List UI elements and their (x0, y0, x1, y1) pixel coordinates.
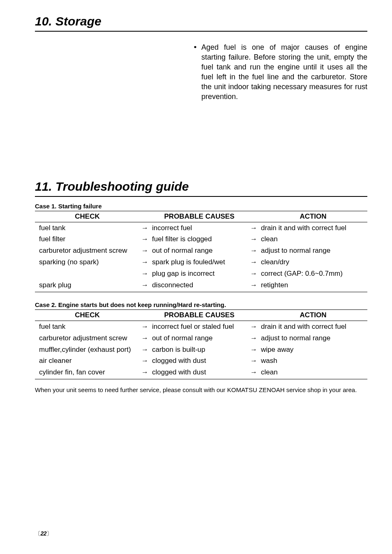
arrow-icon: → (249, 222, 259, 234)
th-blank (140, 211, 150, 222)
arrow-icon: → (140, 367, 150, 379)
arrow-icon: → (140, 344, 150, 355)
table-row: →plug gap is incorrect→correct (GAP: 0.6… (35, 268, 367, 280)
table-row: muffler,cylinder (exhaust port)→carbon i… (35, 344, 367, 355)
action-cell: wash (259, 355, 367, 367)
cause-cell: incorrect fuel (150, 222, 249, 234)
action-cell: retighten (259, 280, 367, 292)
check-cell: air cleaner (35, 355, 140, 367)
troubleshooting-heading: 11. Troubleshooting guide (35, 180, 367, 197)
table-row: carburetor adjustment screw→out of norma… (35, 332, 367, 344)
check-cell: fuel filter (35, 234, 140, 245)
th-blank (249, 211, 259, 222)
arrow-icon: → (140, 268, 150, 280)
table-row: spark plug→disconnected→retighten (35, 280, 367, 292)
cause-cell: out of normal range (150, 332, 249, 344)
arrow-icon: → (140, 222, 150, 234)
cause-cell: out of normal range (150, 245, 249, 257)
arrow-icon: → (249, 257, 259, 268)
table-row: cylinder fin, fan cover→clogged with dus… (35, 367, 367, 379)
check-cell (35, 268, 140, 280)
th-blank (249, 310, 259, 321)
table-row: carburetor adjustment screw→out of norma… (35, 245, 367, 257)
storage-heading: 10. Storage (35, 14, 367, 32)
table-row: sparking (no spark)→spark plug is fouled… (35, 257, 367, 268)
cause-cell: spark plug is fouled/wet (150, 257, 249, 268)
arrow-icon: → (249, 245, 259, 257)
table-row: fuel tank→incorrect fuel→drain it and wi… (35, 222, 367, 234)
action-cell: drain it and with correct fuel (259, 321, 367, 332)
action-cell: correct (GAP: 0.6~0.7mm) (259, 268, 367, 280)
storage-bullet: • Aged fuel is one of major causes of en… (193, 42, 367, 102)
cause-cell: incorrect fuel or staled fuel (150, 321, 249, 332)
check-cell: sparking (no spark) (35, 257, 140, 268)
arrow-icon: → (140, 332, 150, 344)
action-cell: adjust to normal range (259, 245, 367, 257)
check-cell: spark plug (35, 280, 140, 292)
case2-table: CHECK PROBABLE CAUSES ACTION fuel tank→i… (35, 309, 367, 379)
table-row: fuel filter→fuel filter is clogged→clean (35, 234, 367, 245)
arrow-icon: → (249, 344, 259, 355)
arrow-icon: → (249, 321, 259, 332)
arrow-icon: → (249, 268, 259, 280)
cause-cell: fuel filter is clogged (150, 234, 249, 245)
arrow-icon: → (249, 367, 259, 379)
case1-title: Case 1. Starting failure (35, 203, 367, 210)
check-cell: carburetor adjustment screw (35, 332, 140, 344)
action-cell: clean/dry (259, 257, 367, 268)
cause-cell: carbon is built-up (150, 344, 249, 355)
th-cause: PROBABLE CAUSES (150, 310, 249, 321)
th-check: CHECK (35, 211, 140, 222)
cause-cell: clogged with dust (150, 355, 249, 367)
action-cell: drain it and with correct fuel (259, 222, 367, 234)
case1-table: CHECK PROBABLE CAUSES ACTION fuel tank→i… (35, 211, 367, 292)
th-check: CHECK (35, 310, 140, 321)
arrow-icon: → (140, 234, 150, 245)
page-number: 〔22〕 (35, 530, 52, 538)
cause-cell: disconnected (150, 280, 249, 292)
th-action: ACTION (259, 211, 367, 222)
check-cell: fuel tank (35, 222, 140, 234)
action-cell: adjust to normal range (259, 332, 367, 344)
check-cell: cylinder fin, fan cover (35, 367, 140, 379)
arrow-icon: → (249, 234, 259, 245)
arrow-icon: → (140, 245, 150, 257)
table-row: air cleaner→clogged with dust→wash (35, 355, 367, 367)
th-blank (140, 310, 150, 321)
action-cell: clean (259, 234, 367, 245)
arrow-icon: → (140, 280, 150, 292)
arrow-icon: → (140, 355, 150, 367)
bracket-open: 〔 (35, 530, 41, 537)
table-row: fuel tank→incorrect fuel or staled fuel→… (35, 321, 367, 332)
bullet-icon: • (193, 42, 197, 102)
th-action: ACTION (259, 310, 367, 321)
arrow-icon: → (140, 321, 150, 332)
arrow-icon: → (140, 257, 150, 268)
check-cell: carburetor adjustment screw (35, 245, 140, 257)
action-cell: clean (259, 367, 367, 379)
cause-cell: plug gap is incorrect (150, 268, 249, 280)
cause-cell: clogged with dust (150, 367, 249, 379)
th-cause: PROBABLE CAUSES (150, 211, 249, 222)
check-cell: fuel tank (35, 321, 140, 332)
check-cell: muffler,cylinder (exhaust port) (35, 344, 140, 355)
arrow-icon: → (249, 355, 259, 367)
case2-title: Case 2. Engine starts but does not keep … (35, 301, 367, 308)
page-num-value: 22 (41, 530, 47, 537)
closing-text: When your unit seems to need further ser… (35, 385, 367, 395)
storage-text: Aged fuel is one of major causes of engi… (201, 42, 367, 102)
action-cell: wipe away (259, 344, 367, 355)
bracket-close: 〕 (46, 530, 52, 537)
arrow-icon: → (249, 280, 259, 292)
arrow-icon: → (249, 332, 259, 344)
